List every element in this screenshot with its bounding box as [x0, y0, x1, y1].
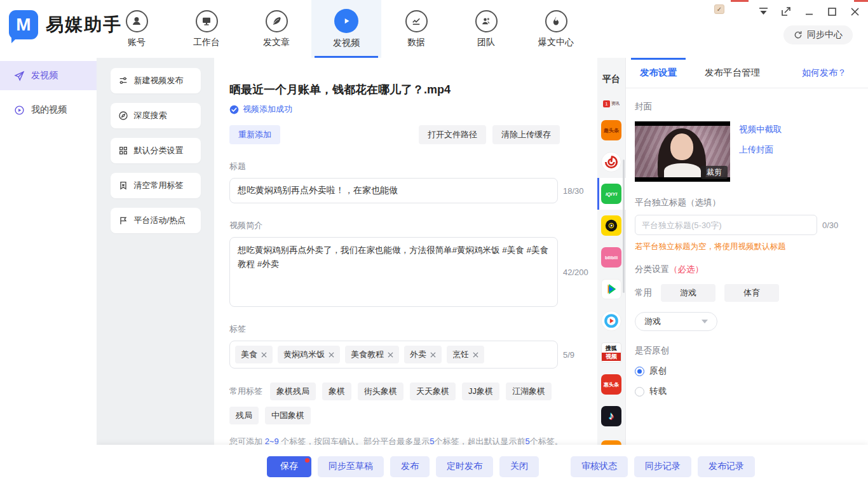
- logo-icon: M: [9, 10, 38, 39]
- close-button[interactable]: 关闭: [499, 456, 539, 477]
- window-minimize-icon[interactable]: [802, 5, 816, 18]
- crop-button[interactable]: 裁剪: [701, 166, 728, 179]
- platform-icon-yellow-disc[interactable]: [597, 210, 626, 241]
- common-tag-chip[interactable]: 残局: [229, 407, 259, 424]
- video-icon: [334, 9, 358, 33]
- radio-original[interactable]: 原创: [635, 365, 854, 377]
- category-quick-game[interactable]: 游戏: [661, 284, 715, 302]
- common-tag-chip[interactable]: 天天象棋: [410, 383, 456, 400]
- platform-scrollbar[interactable]: [623, 159, 625, 293]
- window-maximize-icon[interactable]: [825, 5, 839, 18]
- sync-center-button[interactable]: 同步中心: [783, 25, 853, 44]
- common-tag-chip[interactable]: JJ象棋: [462, 383, 499, 400]
- platform-icon-tencent-video[interactable]: [597, 273, 626, 305]
- deep-search-button[interactable]: 深度搜索: [111, 103, 201, 128]
- required-mark: （必选）: [669, 264, 703, 274]
- how-to-publish-link[interactable]: 如何发布？: [802, 67, 846, 79]
- common-category-label: 常用: [635, 287, 652, 299]
- remove-tag-icon[interactable]: [473, 352, 478, 358]
- compass-icon: [118, 111, 129, 121]
- window-close-icon[interactable]: [848, 5, 862, 18]
- bottom-action-bar: 保存 同步至草稿 发布 定时发布 关闭 审核状态 同步记录 发布记录: [97, 445, 868, 488]
- title-counter: 18/30: [563, 186, 584, 196]
- platform-title-input[interactable]: [635, 215, 817, 235]
- platform-title-hint: 若平台独立标题为空，将使用视频默认标题: [635, 241, 854, 252]
- window-menu-icon[interactable]: [756, 5, 770, 18]
- tag-chip: 外卖: [404, 346, 442, 363]
- platform-icon-iqiyi[interactable]: iQIYI: [597, 178, 626, 210]
- description-textarea[interactable]: 想吃黄焖鸡别再点外卖了，我们在家也能做，方法很简单#黄焖鸡米饭 #美食 #美食教…: [229, 237, 558, 307]
- default-category-button[interactable]: 默认分类设置: [111, 138, 201, 163]
- new-video-publish-button[interactable]: 新建视频发布: [111, 68, 201, 93]
- radio-checked-icon: [635, 367, 644, 376]
- platform-icon-douyin[interactable]: ♪: [597, 400, 626, 432]
- save-button[interactable]: 保存: [267, 456, 311, 477]
- nav-item-team[interactable]: 团队: [451, 0, 521, 58]
- nav-item-publish-video[interactable]: 发视频: [311, 0, 381, 58]
- common-tag-chip[interactable]: 象棋: [322, 383, 351, 400]
- open-file-path-button[interactable]: 打开文件路径: [419, 125, 486, 144]
- sidebar-item-my-videos[interactable]: 我的视频: [0, 95, 97, 125]
- window-popout-icon[interactable]: [779, 5, 793, 18]
- cover-thumbnail[interactable]: 裁剪: [635, 121, 730, 182]
- sync-to-draft-button[interactable]: 同步至草稿: [318, 456, 384, 477]
- description-counter: 42/200: [563, 268, 588, 277]
- remove-tag-icon[interactable]: [329, 352, 334, 358]
- nav-item-publish-article[interactable]: 发文章: [241, 0, 311, 58]
- remove-tag-icon[interactable]: [430, 352, 436, 358]
- readd-video-button[interactable]: 重新添加: [229, 125, 280, 144]
- nav-item-account[interactable]: 账号: [102, 0, 172, 58]
- tag-chip: 美食教程: [345, 346, 399, 363]
- tags-input[interactable]: 美食 黄焖鸡米饭 美食教程 外卖 烹饪: [229, 341, 558, 369]
- description-label: 视频简介: [229, 220, 597, 231]
- tab-platform-manage[interactable]: 发布平台管理: [705, 58, 760, 88]
- platform-icon-phoenix[interactable]: [597, 146, 626, 178]
- title-input[interactable]: [229, 178, 558, 203]
- account-icon: [126, 10, 148, 32]
- platform-icon-bilibili[interactable]: bilibili: [597, 241, 626, 273]
- chevron-down-icon: [702, 320, 708, 323]
- tab-publish-settings[interactable]: 发布设置: [640, 58, 677, 88]
- remove-tag-icon[interactable]: [261, 352, 267, 358]
- platform-icon-youku[interactable]: [597, 305, 626, 337]
- platform-icon-huitoutiao[interactable]: 惠头条: [597, 369, 626, 400]
- tags-label: 标签: [229, 323, 597, 335]
- publish-button[interactable]: 发布: [390, 456, 430, 477]
- common-tags-label: 常用标签: [229, 386, 262, 397]
- common-tags-row: 常用标签 象棋残局 象棋 街头象棋 天天象棋 JJ象棋 江湖象棋 残局 中国象棋: [229, 383, 585, 424]
- scheduled-publish-button[interactable]: 定时发布: [436, 456, 493, 477]
- top-nav: 账号 工作台 发文章 发视频 数据: [102, 0, 591, 58]
- capture-from-video-link[interactable]: 视频中截取: [739, 124, 782, 135]
- sidebar-item-publish-video[interactable]: 发视频: [0, 61, 97, 90]
- tags-counter: 5/9: [563, 350, 574, 360]
- flame-icon: [545, 10, 567, 32]
- upload-status: 视频添加成功: [229, 104, 597, 115]
- review-status-button[interactable]: 审核状态: [571, 456, 628, 477]
- common-tag-chip[interactable]: 中国象棋: [265, 407, 311, 424]
- upload-cover-link[interactable]: 上传封面: [739, 144, 782, 156]
- platform-icon-sohu-video[interactable]: 搜狐视频: [597, 337, 626, 369]
- remove-tag-icon[interactable]: [388, 352, 393, 358]
- clear-common-tags-button[interactable]: 清空常用标签: [111, 173, 201, 198]
- nav-item-hot-center[interactable]: 爆文中心: [521, 0, 591, 58]
- phoenix-swirl-icon: [601, 152, 621, 172]
- common-tag-chip[interactable]: 街头象棋: [358, 383, 403, 400]
- nav-item-workbench[interactable]: 工作台: [172, 0, 241, 58]
- common-tag-chip[interactable]: 象棋残局: [270, 383, 316, 400]
- platform-icon-qutoutiao[interactable]: 趣头条: [597, 114, 626, 146]
- workbench-icon: [196, 10, 218, 32]
- tray-notification-icon[interactable]: ✓: [714, 4, 724, 14]
- category-select[interactable]: 游戏: [635, 312, 717, 331]
- sync-records-button[interactable]: 同步记录: [634, 456, 691, 477]
- app-header: M 易媒助手 账号 工作台 发文章 发视频: [0, 0, 868, 58]
- publish-records-button[interactable]: 发布记录: [698, 456, 755, 477]
- radio-repost[interactable]: 转载: [635, 386, 854, 397]
- nav-item-data[interactable]: 数据: [381, 0, 451, 58]
- category-quick-sports[interactable]: 体育: [724, 284, 779, 302]
- clear-upload-cache-button[interactable]: 清除上传缓存: [492, 125, 560, 144]
- common-tag-chip[interactable]: 江湖象棋: [506, 383, 552, 400]
- file-actions-row: 重新添加 打开文件路径 清除上传缓存: [229, 125, 560, 144]
- flag-icon: [118, 215, 129, 226]
- platform-icon-mini-red[interactable]: 1资讯: [597, 93, 626, 114]
- platform-activity-button[interactable]: 平台活动/热点: [111, 208, 201, 233]
